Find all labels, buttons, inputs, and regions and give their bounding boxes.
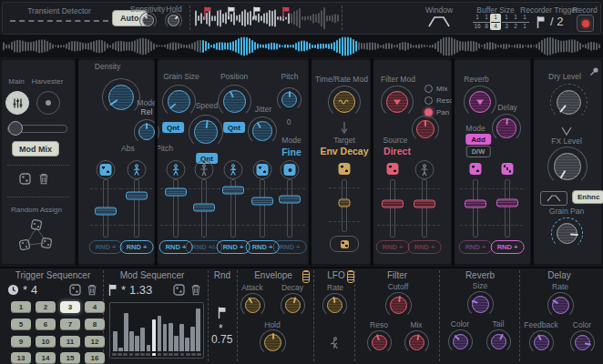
cutoff-knob[interactable] [385, 292, 412, 318]
recorder-trigger-value[interactable]: / 2 [550, 15, 563, 28]
delay-color-knob[interactable] [570, 330, 595, 355]
rnd-button[interactable]: RND + [491, 240, 525, 254]
rnd-value[interactable]: 0.75 [211, 333, 232, 346]
enhance-button[interactable]: Enhnc [572, 190, 603, 204]
source-blend-handle[interactable] [8, 121, 23, 136]
trigger-step-button[interactable]: 7 [60, 318, 80, 330]
grain-mode-value[interactable]: Fine [281, 147, 302, 157]
trash-icon[interactable] [87, 284, 97, 296]
person-mod-icon[interactable] [415, 160, 434, 179]
trigger-step-button[interactable]: 9 [11, 336, 31, 348]
dice-icon[interactable] [19, 173, 31, 185]
trash-icon[interactable] [190, 284, 201, 296]
reso-knob[interactable] [367, 330, 392, 355]
dice-icon[interactable] [69, 284, 81, 296]
trigger-step-button[interactable]: 6 [36, 318, 56, 330]
trigger-step-button[interactable]: 10 [36, 336, 56, 348]
lfo-rate-knob[interactable] [322, 293, 347, 318]
trigger-step-button[interactable]: 16 [85, 352, 105, 364]
harvester-source-button[interactable] [36, 91, 60, 115]
filter-mod-knob[interactable] [381, 86, 414, 118]
source-value[interactable]: Direct [383, 146, 411, 157]
dry-level-knob[interactable] [550, 84, 588, 121]
grain-pan-knob[interactable] [551, 217, 583, 249]
flag-icon[interactable] [107, 283, 118, 297]
transient-marker-flag[interactable] [227, 5, 237, 20]
tail-knob[interactable] [486, 329, 511, 354]
pin-icon[interactable] [588, 66, 599, 77]
trigger-step-button[interactable]: 4 [85, 301, 105, 313]
rnd-button[interactable]: RND + [89, 240, 123, 254]
transient-marker-flag[interactable] [281, 5, 291, 20]
rnd-button[interactable]: RND + [408, 240, 442, 254]
dice-icon[interactable] [173, 284, 185, 296]
buffer-waveform-strip[interactable] [0, 35, 603, 57]
trigger-step-button[interactable]: 12 [85, 336, 105, 348]
time-mod-slider[interactable] [331, 179, 358, 232]
position-qnt-button[interactable]: Qnt [223, 122, 245, 133]
time-rate-mod-knob[interactable] [328, 86, 361, 118]
walk-mod-icon[interactable] [224, 160, 243, 179]
jitter-knob[interactable] [248, 116, 277, 146]
add-mode-button[interactable]: Add [465, 134, 491, 145]
dice-mod-icon[interactable] [253, 160, 272, 179]
hold-env-knob[interactable] [260, 329, 286, 356]
hold-knob[interactable] [165, 12, 182, 29]
recorder-trigger-flag-icon[interactable] [536, 15, 547, 29]
pitch-mod-slider[interactable] [276, 179, 303, 238]
feedback-knob[interactable] [529, 330, 554, 355]
trigger-step-button[interactable]: 5 [11, 318, 31, 330]
transient-marker-flag[interactable] [203, 5, 213, 20]
mod-rate-value[interactable]: 1.33 [129, 283, 152, 297]
trash-icon[interactable] [38, 173, 49, 185]
density-walk-slider[interactable] [123, 179, 150, 238]
window-shape-icon[interactable] [427, 15, 451, 28]
decay-knob[interactable] [281, 293, 305, 318]
position-knob[interactable] [218, 85, 251, 118]
trigger-step-button[interactable]: 11 [60, 336, 80, 348]
rnd-button[interactable]: RND + [120, 240, 154, 254]
position-mod-slider[interactable] [220, 179, 247, 238]
enhance-curve-button[interactable] [540, 191, 567, 206]
speed-knob[interactable] [189, 115, 223, 149]
speed-mod-slider[interactable] [190, 179, 218, 238]
flag-icon[interactable] [217, 306, 228, 319]
target-value[interactable]: Env Decay [320, 146, 368, 157]
record-button[interactable] [577, 15, 594, 32]
filter-mod-option-reso[interactable]: Reso [424, 96, 454, 105]
reverb-color-knob[interactable] [448, 329, 473, 354]
buffer-waveform[interactable] [2, 35, 601, 56]
sample-mod-icon[interactable] [281, 160, 300, 179]
sensitivity-knob[interactable] [139, 12, 157, 29]
trigger-step-button[interactable]: 14 [36, 352, 56, 364]
dice-mod-icon[interactable] [97, 160, 116, 179]
filter-mod-pan-knob[interactable] [412, 116, 439, 143]
rnd-button[interactable]: RND + [376, 240, 410, 254]
clock-icon[interactable] [7, 284, 19, 296]
density-mod-slider[interactable] [92, 179, 119, 238]
size-knob[interactable] [467, 291, 494, 318]
trigger-step-button[interactable]: 1 [11, 301, 31, 313]
filter-mod-slider[interactable] [379, 179, 406, 238]
walk-mod-icon[interactable] [167, 160, 186, 179]
main-source-button[interactable] [5, 91, 29, 115]
trigger-step-button[interactable]: 3 [60, 301, 80, 313]
density-knob[interactable] [102, 78, 140, 116]
trigger-step-button[interactable]: 13 [11, 352, 31, 364]
fx-level-knob[interactable] [547, 147, 588, 187]
trigger-step-button[interactable]: 15 [60, 352, 80, 364]
delay-rate-knob[interactable] [547, 292, 574, 318]
delay-mod-slider[interactable] [494, 179, 521, 238]
rnd-button[interactable]: RND + [459, 240, 493, 254]
attack-knob[interactable] [240, 293, 265, 318]
run-icon[interactable] [329, 337, 340, 349]
time-mod-dice-button[interactable] [330, 236, 359, 252]
delay-send-knob[interactable] [492, 114, 521, 143]
mod-mix-button[interactable]: Mod Mix [12, 141, 59, 157]
trigger-rate-value[interactable]: 4 [31, 283, 37, 297]
dice-mod-icon[interactable] [387, 163, 399, 175]
walk-mod-icon[interactable] [128, 160, 147, 179]
dice-mod-icon[interactable] [502, 163, 514, 175]
person-mod-icon[interactable] [195, 160, 214, 179]
transient-waveform[interactable] [194, 6, 340, 30]
